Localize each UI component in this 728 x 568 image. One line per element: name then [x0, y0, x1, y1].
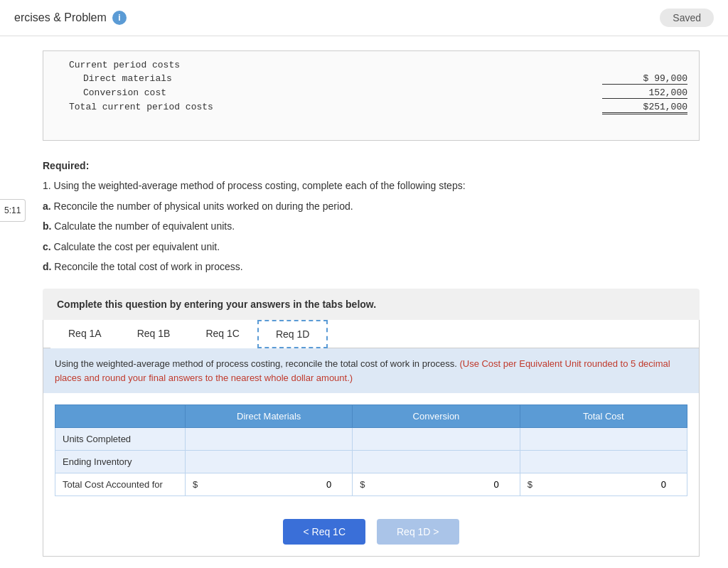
instruction-text: Complete this question by entering your … [57, 299, 376, 310]
page-title: ercises & Problem [14, 11, 107, 24]
total-value: $251,000 [602, 102, 687, 114]
sidebar-tab[interactable]: 5:11 [0, 199, 26, 222]
input-conv-ending-inventory[interactable] [360, 455, 512, 468]
section-title: Current period costs [69, 60, 687, 70]
cell-total-units-completed [520, 428, 687, 451]
cost-row-conv: Conversion cost 152,000 [69, 86, 687, 100]
input-total-units-completed[interactable] [528, 432, 680, 446]
total-dollar-sign: $ [528, 479, 532, 490]
tab-req1d[interactable]: Req 1D [257, 320, 328, 348]
info-icon[interactable]: i [112, 11, 127, 25]
conv-label: Conversion cost [69, 87, 602, 99]
table-row-total-cost: Total Cost Accounted for $ $ [55, 473, 687, 496]
cell-conv-units-completed [353, 428, 520, 451]
info-message: Using the weighted-average method of pro… [43, 348, 699, 393]
prev-button-label: < Req 1C [303, 526, 346, 537]
cell-dm-units-completed [185, 428, 352, 451]
cost-row-total: Total current period costs $251,000 [69, 100, 687, 116]
col-header-dm: Direct Materials [185, 405, 352, 428]
input-dm-total-cost[interactable] [200, 478, 345, 491]
header-left: ercises & Problem i [14, 11, 127, 25]
dm-value: $ 99,000 [602, 73, 687, 85]
required-section: Required: 1. Using the weighted-average … [43, 158, 700, 274]
table-row-ending-inventory: Ending Inventory [55, 451, 687, 473]
col-header-label [55, 405, 186, 428]
dm-label: Direct materials [69, 73, 602, 85]
input-dm-units-completed[interactable] [193, 432, 345, 446]
next-button[interactable]: Req 1D > [377, 519, 459, 545]
row-label-total-cost: Total Cost Accounted for [55, 473, 186, 496]
input-conv-total-cost[interactable] [368, 478, 513, 491]
bottom-nav: < Req 1C Req 1D > [43, 508, 699, 556]
table-row-units-completed: Units Completed [55, 428, 687, 451]
input-total-ending-inventory[interactable] [528, 455, 680, 468]
table-header-row: Direct Materials Conversion Total Cost [55, 405, 687, 428]
input-total-total-cost[interactable] [535, 478, 680, 491]
cost-table-wrapper: Current period costs Direct materials $ … [43, 50, 700, 141]
cell-total-total-cost: $ [520, 473, 687, 496]
data-table: Direct Materials Conversion Total Cost U… [55, 404, 687, 496]
next-button-label: Req 1D > [397, 526, 439, 537]
required-label: Required: [43, 160, 89, 171]
cell-dm-ending-inventory [185, 451, 352, 473]
dm-dollar-sign: $ [193, 479, 198, 490]
conv-dollar-sign: $ [360, 479, 365, 490]
main-content: Current period costs Direct materials $ … [0, 36, 728, 568]
cost-section-header: Current period costs [69, 58, 687, 72]
data-table-wrapper: Direct Materials Conversion Total Cost U… [43, 393, 699, 508]
input-dm-ending-inventory[interactable] [193, 455, 345, 468]
required-step1: 1. Using the weighted-average method of … [43, 178, 700, 193]
conv-value: 152,000 [602, 87, 687, 99]
page-wrapper: ercises & Problem i Saved 5:11 Current p… [0, 0, 728, 568]
tabs-container: Req 1A Req 1B Req 1C Req 1D Using the we… [43, 320, 700, 557]
header-bar: ercises & Problem i Saved [0, 0, 728, 36]
row-label-ending-inventory: Ending Inventory [55, 451, 186, 473]
tab-req1b[interactable]: Req 1B [119, 320, 188, 348]
conv-dollar-cell: $ [360, 478, 512, 491]
cell-total-ending-inventory [520, 451, 687, 473]
info-main-text: Using the weighted-average method of pro… [55, 358, 457, 369]
cell-dm-total-cost: $ [185, 473, 352, 496]
dm-dollar-cell: $ [193, 478, 345, 491]
step-d: d. Reconcile the total cost of work in p… [43, 259, 700, 274]
cost-row-dm: Direct materials $ 99,000 [69, 72, 687, 86]
step-b: b. Calculate the number of equivalent un… [43, 218, 700, 234]
step-c: c. Calculate the cost per equivalent uni… [43, 239, 700, 254]
col-header-conv: Conversion [353, 405, 520, 428]
cell-conv-total-cost: $ [353, 473, 520, 496]
col-header-total: Total Cost [520, 405, 687, 428]
instruction-box: Complete this question by entering your … [43, 289, 700, 320]
tab-req1c[interactable]: Req 1C [188, 320, 257, 348]
total-label: Total current period costs [69, 102, 602, 114]
tabs-row: Req 1A Req 1B Req 1C Req 1D [43, 320, 699, 348]
prev-button[interactable]: < Req 1C [283, 519, 365, 545]
step-a: a. Reconcile the number of physical unit… [43, 198, 700, 214]
cell-conv-ending-inventory [353, 451, 520, 473]
total-dollar-cell: $ [528, 478, 680, 491]
input-conv-units-completed[interactable] [360, 432, 512, 446]
tab-req1a[interactable]: Req 1A [50, 320, 119, 348]
saved-badge: Saved [660, 9, 714, 27]
row-label-units-completed: Units Completed [55, 428, 186, 451]
cost-table: Current period costs Direct materials $ … [69, 58, 687, 116]
